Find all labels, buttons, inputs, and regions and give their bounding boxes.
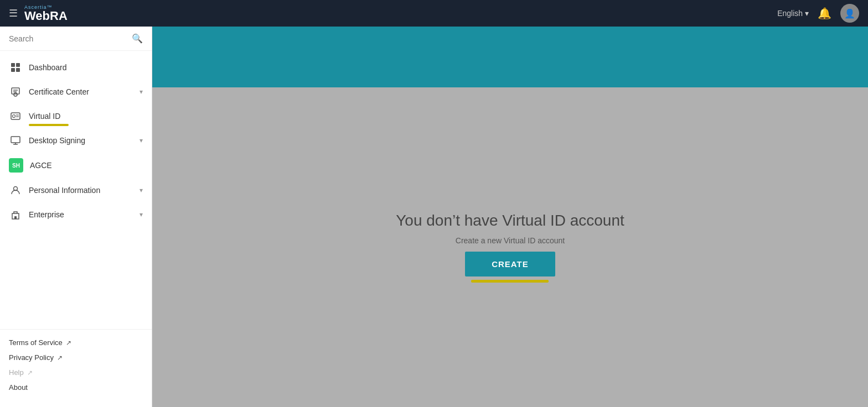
body-layout: 🔍 Dashboard <box>0 27 868 407</box>
help-link[interactable]: Help ↗ <box>9 368 143 377</box>
sidebar-item-label: AGCE <box>30 161 143 170</box>
person-icon <box>9 184 22 197</box>
about-link[interactable]: About <box>9 383 143 392</box>
svg-point-9 <box>13 115 16 118</box>
teal-header-bar <box>152 27 868 87</box>
language-selector[interactable]: English ▾ <box>777 9 809 18</box>
virtual-id-main-area: You don’t have Virtual ID account Create… <box>152 87 868 407</box>
search-input[interactable] <box>9 34 132 43</box>
user-avatar[interactable]: 👤 <box>840 4 859 23</box>
sidebar-item-label: Personal Information <box>29 186 140 195</box>
svg-rect-2 <box>11 68 15 72</box>
privacy-policy-link[interactable]: Privacy Policy ↗ <box>9 353 143 362</box>
sidebar-item-desktop-signing[interactable]: Desktop Signing ▾ <box>0 128 152 153</box>
virtual-id-icon <box>9 109 22 123</box>
avatar-icon: 👤 <box>844 8 855 19</box>
virtual-id-empty-state: You don’t have Virtual ID account Create… <box>396 212 624 283</box>
svg-rect-1 <box>16 63 20 67</box>
chevron-down-icon: ▾ <box>140 137 143 144</box>
chevron-down-icon: ▾ <box>140 186 143 194</box>
sidebar-item-label: Dashboard <box>29 63 143 72</box>
sidebar-search: 🔍 <box>0 27 152 51</box>
external-link-icon: ↗ <box>66 339 71 347</box>
terms-of-service-link[interactable]: Terms of Service ↗ <box>9 338 143 347</box>
notifications-bell-icon[interactable]: 🔔 <box>818 7 831 20</box>
sidebar-item-agce[interactable]: SH AGCE <box>0 153 152 178</box>
svg-rect-0 <box>11 63 15 67</box>
sidebar-item-dashboard[interactable]: Dashboard <box>0 55 152 80</box>
desktop-icon <box>9 134 22 147</box>
sidebar-item-label: Virtual ID <box>29 112 143 121</box>
privacy-label: Privacy Policy <box>9 353 54 362</box>
app-logo: Ascertia™ WebRA <box>24 4 68 22</box>
sidebar-item-virtual-id[interactable]: Virtual ID <box>0 104 152 128</box>
agce-badge: SH <box>9 158 23 173</box>
dashboard-icon <box>9 61 22 74</box>
sidebar-item-label: Certificate Center <box>29 87 140 96</box>
sidebar-footer: Terms of Service ↗ Privacy Policy ↗ Help… <box>0 329 152 407</box>
navbar-right: English ▾ 🔔 👤 <box>777 4 859 23</box>
brand-main: WebRA <box>24 10 68 22</box>
chevron-down-icon: ▾ <box>140 211 143 218</box>
help-label: Help <box>9 368 24 377</box>
certificate-icon <box>9 85 22 98</box>
sidebar-item-certificate-center[interactable]: Certificate Center ▾ <box>0 80 152 104</box>
search-icon[interactable]: 🔍 <box>132 33 143 44</box>
no-account-title: You don’t have Virtual ID account <box>396 212 624 229</box>
svg-rect-12 <box>11 137 20 143</box>
sidebar: 🔍 Dashboard <box>0 27 152 407</box>
main-content: You don’t have Virtual ID account Create… <box>152 27 868 407</box>
sidebar-item-label: Enterprise <box>29 210 140 219</box>
no-account-subtitle: Create a new Virtual ID account <box>456 236 565 245</box>
svg-point-5 <box>14 93 17 96</box>
external-link-icon: ↗ <box>57 354 63 362</box>
enterprise-icon <box>9 208 22 221</box>
sidebar-item-enterprise[interactable]: Enterprise ▾ <box>0 202 152 227</box>
sidebar-item-label: Desktop Signing <box>29 136 140 145</box>
sidebar-nav: Dashboard Certificate Center ▾ <box>0 51 152 329</box>
about-label: About <box>9 383 28 392</box>
svg-rect-17 <box>14 216 17 219</box>
external-link-icon: ↗ <box>27 369 33 377</box>
svg-rect-3 <box>16 68 20 72</box>
create-btn-underline <box>471 280 549 283</box>
create-btn-wrapper: CREATE <box>465 252 555 283</box>
hamburger-icon[interactable]: ☰ <box>9 7 18 19</box>
active-underline <box>29 124 69 126</box>
create-button[interactable]: CREATE <box>465 252 555 276</box>
sidebar-item-personal-information[interactable]: Personal Information ▾ <box>0 178 152 202</box>
chevron-down-icon: ▾ <box>140 88 143 96</box>
terms-label: Terms of Service <box>9 338 63 347</box>
navbar: ☰ Ascertia™ WebRA English ▾ 🔔 👤 <box>0 0 868 27</box>
